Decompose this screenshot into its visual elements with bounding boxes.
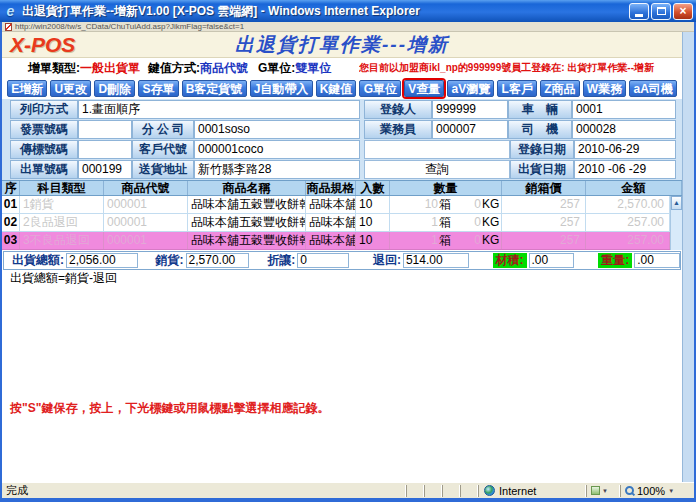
page-title: 出退貨打單作業---增新 xyxy=(2,32,682,58)
table-row[interactable]: 033不良品退回000001品味本舖五穀豐收餅乾品味本舖五101箱0KG2572… xyxy=(2,232,670,250)
scroll-up-icon[interactable]: ▲ xyxy=(671,196,682,210)
cell-seq: 02 xyxy=(2,214,20,231)
zoom-control[interactable]: 100% ▼ xyxy=(620,485,694,497)
toolbar-button-G[interactable]: G單位 xyxy=(359,80,401,97)
mode-panel[interactable]: ▼ xyxy=(586,485,620,497)
slip-label: 傳標號碼 xyxy=(10,140,78,159)
vehicle-field[interactable]: 0001 xyxy=(572,100,676,119)
table-row[interactable]: 022良品退回000001品味本舖五穀豐收餅乾品味本舖五101箱0KG25725… xyxy=(2,214,670,232)
spacer xyxy=(2,287,682,400)
sales-field[interactable]: 2,570.00 xyxy=(186,253,250,268)
column-header-7: 銷箱價 xyxy=(502,181,586,195)
spacer xyxy=(2,416,682,482)
minimize-button[interactable] xyxy=(629,3,649,20)
driver-field[interactable]: 000028 xyxy=(572,120,676,139)
page-header: X-POS 出退貨打單作業---增新 xyxy=(2,32,682,58)
cell-spec: 品味本舖五 xyxy=(306,232,356,249)
salesman-field[interactable]: 000007 xyxy=(432,120,508,139)
return-field[interactable]: 514.00 xyxy=(403,253,469,268)
page-scrollbar[interactable] xyxy=(682,32,694,482)
column-header-4: 商品規格 xyxy=(306,181,356,195)
key-mode-value: 商品代號 xyxy=(200,60,248,77)
cell-name: 品味本舖五穀豐收餅乾 xyxy=(188,196,306,213)
table-scrollbar[interactable]: ▲ xyxy=(670,196,682,250)
branch-field[interactable]: 0001soso xyxy=(194,120,360,139)
cell-units: 10 xyxy=(356,232,390,249)
toolbar-button-L[interactable]: L客戶 xyxy=(497,80,537,97)
weight-label: 重量: xyxy=(598,253,632,268)
status-panel xyxy=(460,485,478,497)
column-header-2: 商品代號 xyxy=(104,181,188,195)
status-text: 完成 xyxy=(2,483,406,498)
registrant-field[interactable]: 999999 xyxy=(432,100,508,119)
toolbar-button-Z[interactable]: Z商品 xyxy=(540,80,580,97)
restore-button[interactable] xyxy=(651,3,671,20)
query-button[interactable]: 查詢 xyxy=(364,160,510,179)
cell-price: 257 xyxy=(502,214,586,231)
weight-field[interactable]: .00 xyxy=(634,253,680,268)
formula-note: 出貨總額=銷貨-退回 xyxy=(2,270,682,287)
discount-field[interactable]: 0 xyxy=(297,253,349,268)
toolbar-button-U[interactable]: U更改 xyxy=(50,80,91,97)
order-type-label: 增單類型: xyxy=(28,60,80,77)
toolbar-button-V[interactable]: V查量 xyxy=(404,80,444,97)
order-no-field[interactable]: 000199 xyxy=(78,160,132,179)
cell-name: 品味本舖五穀豐收餅乾 xyxy=(188,232,306,249)
column-header-6: 數量 xyxy=(390,181,502,195)
cell-price: 257 xyxy=(502,232,586,249)
g-unit-value: 雙單位 xyxy=(295,60,331,77)
cell-code: 000001 xyxy=(104,214,188,231)
key-mode-label: 鍵值方式: xyxy=(148,60,200,77)
toolbar-button-aV[interactable]: aV瀏覽 xyxy=(447,80,494,97)
toolbar-button-E[interactable]: E增新 xyxy=(7,80,47,97)
cell-type: 3不良品退回 xyxy=(20,232,104,249)
cell-units: 10 xyxy=(356,196,390,213)
toolbar-button-D[interactable]: D刪除 xyxy=(94,80,135,97)
status-bar: 完成 Internet ▼ 100% ▼ xyxy=(2,482,694,498)
ie-icon: e xyxy=(3,4,18,19)
sales-label: 銷貨: xyxy=(156,252,184,269)
status-panel xyxy=(442,485,460,497)
customer-field[interactable]: 000001coco xyxy=(194,140,360,159)
reg-date-label: 登錄日期 xyxy=(510,140,574,159)
globe-icon xyxy=(484,485,495,496)
toolbar-button-K[interactable]: K鍵值 xyxy=(316,80,357,97)
toolbar-button-J[interactable]: J自動帶入 xyxy=(250,80,313,97)
vehicle-label: 車 輛 xyxy=(508,100,572,119)
status-panel xyxy=(424,485,442,497)
cell-price: 257 xyxy=(502,196,586,213)
ship-date-field[interactable]: 2010 -06 -29 xyxy=(574,160,676,179)
status-panel xyxy=(406,485,424,497)
close-button[interactable]: × xyxy=(673,3,693,20)
ship-date-label: 出貨日期 xyxy=(510,160,574,179)
address-field[interactable]: 新竹縣李路28 xyxy=(194,160,360,179)
cell-amount: 2,570.00 xyxy=(586,196,670,213)
chevron-down-icon: ▼ xyxy=(668,488,674,494)
invoice-field[interactable] xyxy=(78,120,132,139)
volume-field[interactable]: .00 xyxy=(529,253,575,268)
salesman-label: 業務員 xyxy=(364,120,432,139)
magnifier-icon xyxy=(625,486,634,495)
toolbar-button-W[interactable]: W業務 xyxy=(583,80,627,97)
slip-field[interactable] xyxy=(78,140,132,159)
title-bar: e 出退貨打單作業--增新V1.00 [X-POS 雲端網] - Windows… xyxy=(0,0,696,22)
table-row[interactable]: 011銷貨000001品味本舖五穀豐收餅乾品味本舖五1010箱0KG2572,5… xyxy=(2,196,670,214)
toolbar-button-B[interactable]: B客定貨號 xyxy=(182,80,247,97)
print-mode-field[interactable]: 1.畫面順序 xyxy=(78,100,360,119)
cell-code: 000001 xyxy=(104,232,188,249)
table-header-row: 序科目類型商品代號商品名稱商品規格入數數量銷箱價金額 xyxy=(2,180,682,196)
chevron-down-icon: ▼ xyxy=(602,488,608,494)
cell-units: 10 xyxy=(356,214,390,231)
return-label: 退回: xyxy=(373,252,401,269)
table-body: 011銷貨000001品味本舖五穀豐收餅乾品味本舖五1010箱0KG2572,5… xyxy=(2,196,682,250)
meta-row: 增單類型: 一般出貨單 鍵值方式: 商品代號 G單位: 雙單位 您目前以加盟商i… xyxy=(2,58,682,78)
url-text[interactable]: http://win2008/tw/s_CData/ChuTuiAdd.asp?… xyxy=(15,22,244,31)
address-label: 送貨地址 xyxy=(132,160,194,179)
cell-quantity: 1箱0KG xyxy=(390,232,502,249)
column-header-3: 商品名稱 xyxy=(188,181,306,195)
toolbar-button-S[interactable]: S存單 xyxy=(138,80,178,97)
registrant-label: 登錄人 xyxy=(364,100,432,119)
reg-date-field[interactable]: 2010-06-29 xyxy=(574,140,676,159)
ship-total-field[interactable]: 2,056.00 xyxy=(66,253,138,268)
toolbar-button-aA[interactable]: aA司機 xyxy=(629,80,677,97)
